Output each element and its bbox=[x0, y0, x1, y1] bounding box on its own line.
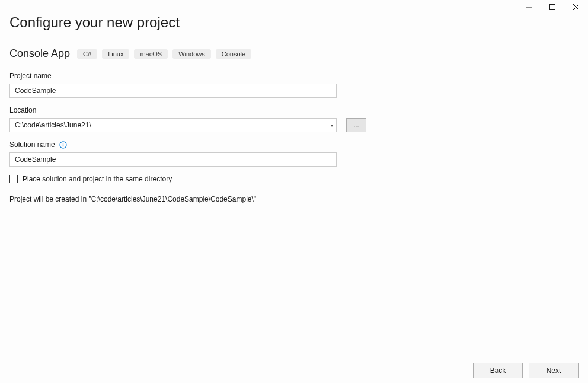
project-tags: C# Linux macOS Windows Console bbox=[77, 49, 251, 59]
solution-name-label: Solution name bbox=[9, 141, 579, 149]
svg-rect-1 bbox=[550, 5, 555, 10]
project-name-label: Project name bbox=[9, 72, 579, 80]
tag-csharp: C# bbox=[77, 49, 97, 59]
minimize-button[interactable] bbox=[517, 0, 541, 14]
page-title: Configure your new project bbox=[9, 14, 579, 31]
tag-linux: Linux bbox=[102, 49, 129, 59]
solution-name-label-text: Solution name bbox=[9, 141, 55, 149]
svg-rect-6 bbox=[63, 145, 63, 147]
next-button[interactable]: Next bbox=[529, 363, 579, 378]
solution-name-input[interactable] bbox=[9, 152, 337, 167]
location-input[interactable] bbox=[9, 118, 337, 132]
tag-macos: macOS bbox=[134, 49, 168, 59]
back-button[interactable]: Back bbox=[473, 363, 523, 378]
browse-button[interactable]: ... bbox=[346, 118, 366, 132]
info-icon[interactable] bbox=[59, 141, 67, 149]
svg-point-5 bbox=[63, 143, 64, 144]
close-button[interactable] bbox=[564, 0, 588, 14]
same-directory-checkbox[interactable] bbox=[9, 175, 18, 183]
maximize-button[interactable] bbox=[541, 0, 564, 14]
same-directory-label[interactable]: Place solution and project in the same d… bbox=[23, 175, 172, 183]
project-type-subtitle: Console App bbox=[9, 47, 70, 60]
location-label: Location bbox=[9, 106, 579, 114]
tag-windows: Windows bbox=[172, 49, 211, 59]
path-preview: Project will be created in "C:\code\arti… bbox=[9, 195, 579, 203]
tag-console: Console bbox=[216, 49, 251, 59]
project-name-input[interactable] bbox=[9, 84, 337, 98]
